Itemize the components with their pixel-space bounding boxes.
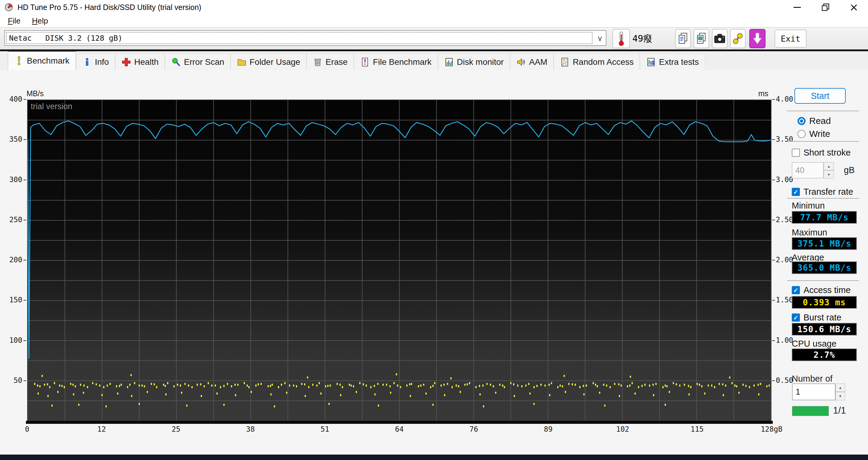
copy-image-button[interactable] [693,29,709,48]
tab-aam[interactable]: AAM [510,54,554,70]
tab-file-benchmark[interactable]: File Benchmark [354,54,438,70]
access-time-checkbox[interactable]: ✓ [792,286,800,294]
short-stroke-option[interactable]: Short stroke [792,148,850,158]
tab-disk-monitor[interactable]: Disk monitor [438,54,510,70]
drive-select-dropdown[interactable]: Netac DISK 3.2 (128 gB) ∨ [4,30,607,46]
progress-fill [792,406,829,416]
tab-folder-usage[interactable]: Folder Usage [230,54,307,70]
folder-icon [237,57,247,67]
write-label: Write [809,129,830,139]
screenshot-button[interactable] [712,29,727,48]
progress-count: 1/1 [833,405,846,416]
window-title: HD Tune Pro 5.75 - Hard Disk/SSD Utility… [18,3,201,12]
maximum-label: Maximun [792,227,827,238]
toolbar: Netac DISK 3.2 (128 gB) ∨ 49癈 [0,28,868,50]
benchmark-plot [27,99,772,421]
tab-extra-tests[interactable]: Extra tests [640,54,705,70]
x-axis-bar [26,421,773,424]
stepper-up-button[interactable]: ▲ [835,384,845,392]
access-time-option[interactable]: ✓ Access time [792,285,850,295]
number-of-label: Number of [792,374,832,384]
number-of-input[interactable]: 1 [792,384,835,400]
stepper-down-button[interactable]: ▼ [835,392,845,400]
thermometer-icon [615,31,627,47]
maximum-value: 375.1 MB/s [792,237,857,250]
download-results-button[interactable] [749,29,766,48]
read-radio[interactable] [798,117,806,125]
copy-text-button[interactable] [675,29,691,48]
minimize-button[interactable] [783,0,811,14]
check-icon: ✓ [793,287,798,294]
tab-label: Health [134,57,158,67]
tab-erase[interactable]: Erase [307,54,354,70]
burst-rate-value: 150.6 MB/s [792,323,857,336]
binoculars-icon [732,32,744,45]
check-icon: ✓ [793,314,798,321]
left-axis-unit: MB/s [27,89,44,98]
short-stroke-unit: gB [844,165,855,175]
short-stroke-size-input[interactable]: 40 [792,162,824,179]
tab-info[interactable]: Info [76,54,116,70]
tab-label: Folder Usage [250,57,300,67]
tab-bar: Benchmark Info Health Error Scan Folder … [0,51,868,70]
tab-label: File Benchmark [373,57,432,67]
trash-icon [313,57,322,67]
close-button[interactable]: × [840,0,868,14]
view-button[interactable] [730,29,746,48]
test-progress-bar [792,406,829,416]
tab-benchmark[interactable]: Benchmark [8,51,76,70]
transfer-rate-option[interactable]: ✓ Transfer rate [792,187,853,197]
access-time-label: Access time [804,285,850,295]
panel-divider [787,198,859,198]
tab-error-scan[interactable]: Error Scan [165,54,230,70]
maximize-restore-button[interactable] [811,0,840,14]
bottom-edge-strip [0,455,868,460]
menu-file[interactable]: File [4,16,24,26]
panel-divider [787,141,859,142]
exit-button[interactable]: Exit [775,30,807,48]
close-icon: × [849,2,858,13]
burst-rate-checkbox[interactable]: ✓ [792,313,800,321]
menu-bar: File Help [0,14,868,28]
panel-divider [787,280,859,281]
exclamation-icon [14,56,24,66]
temperature-button[interactable] [613,29,630,48]
minimize-icon [794,7,801,8]
cpu-usage-value: 2.7% [792,348,857,361]
arrow-down-icon: ▼ [839,394,842,398]
short-stroke-label: Short stroke [804,148,850,158]
menu-help[interactable]: Help [28,16,52,26]
read-option[interactable]: Read [798,116,831,126]
tab-label: Disk monitor [457,57,504,67]
tab-label: Erase [326,57,347,67]
arrow-down-icon: ▼ [827,173,831,176]
grid-lines [28,100,771,421]
cpu-usage-label: CPU usage [792,339,836,349]
start-button[interactable]: Start [795,88,846,104]
burst-rate-option[interactable]: ✓ Burst rate [792,313,841,323]
health-cross-icon [121,57,131,67]
tab-label: Benchmark [27,56,70,66]
download-arrow-icon [751,32,764,45]
camera-icon [713,33,726,44]
copy-image-icon [695,32,707,45]
tests-grid-icon [646,57,656,67]
short-stroke-size-stepper: ▲ ▼ [824,162,834,179]
title-bar: HD Tune Pro 5.75 - Hard Disk/SSD Utility… [0,0,868,14]
magnifier-icon [171,57,181,67]
write-radio[interactable] [798,130,806,138]
transfer-rate-checkbox[interactable]: ✓ [792,188,800,196]
transfer-rate-label: Transfer rate [804,187,853,197]
tab-health[interactable]: Health [115,54,165,70]
info-icon [82,57,92,67]
chevron-down-icon: ∨ [597,34,603,43]
short-stroke-checkbox[interactable] [792,149,800,157]
hdtune-window: HD Tune Pro 5.75 - Hard Disk/SSD Utility… [0,0,868,460]
tab-random-access[interactable]: Random Access [554,54,640,70]
check-icon: ✓ [793,188,798,196]
stepper-down-button[interactable]: ▼ [824,170,834,179]
burst-rate-label: Burst rate [804,313,841,323]
number-of-stepper: ▲ ▼ [835,384,845,400]
write-option[interactable]: Write [798,129,830,139]
stepper-up-button[interactable]: ▲ [824,162,834,170]
